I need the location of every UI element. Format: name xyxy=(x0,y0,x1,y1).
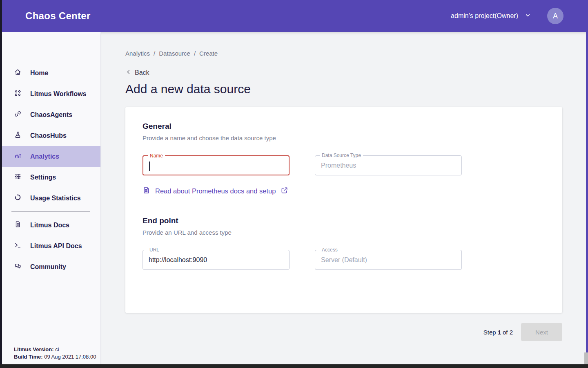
breadcrumb-analytics[interactable]: Analytics xyxy=(125,50,150,57)
access-field[interactable]: Access Server (Default) xyxy=(315,250,462,270)
sidebar-item-label: Litmus Docs xyxy=(30,222,69,229)
litmus-version-line: Litmus Version: ci xyxy=(14,346,96,353)
url-field-value: http://localhost:9090 xyxy=(149,256,207,264)
prometheus-docs-link[interactable]: Read about Prometheus docs and setup xyxy=(143,186,288,196)
page-title: Add a new data source xyxy=(125,82,588,96)
sidebar-item-label: Community xyxy=(30,263,66,271)
breadcrumb-create[interactable]: Create xyxy=(199,50,218,57)
document-icon xyxy=(14,220,22,230)
step-indicator: Step 1 of 2 xyxy=(483,329,513,336)
data-source-type-value: Prometheus xyxy=(321,162,356,169)
sidebar-item-usage-statistics[interactable]: Usage Statistics xyxy=(0,188,100,209)
build-time-line: Build Time: 09 Aug 2021 17:08:00 xyxy=(14,353,96,361)
sidebar-item-label: ChaosHubs xyxy=(30,132,67,139)
endpoint-section-subtitle: Provide an URL and access type xyxy=(143,229,545,236)
sidebar-item-chaosagents[interactable]: ChaosAgents xyxy=(0,104,100,125)
url-field[interactable]: URL http://localhost:9090 xyxy=(143,250,290,270)
chevron-left-icon xyxy=(125,69,132,77)
breadcrumb-separator: / xyxy=(154,50,155,57)
sidebar: Home Litmus Workflows ChaosAgents ChaosH… xyxy=(0,32,101,368)
workflows-icon xyxy=(14,89,22,99)
sidebar-item-label: Analytics xyxy=(30,153,59,160)
stepper-row: Step 1 of 2 Next xyxy=(125,323,562,341)
url-field-label: URL xyxy=(147,247,161,253)
docs-link-label: Read about Prometheus docs and setup xyxy=(155,187,276,195)
breadcrumb: Analytics / Datasource / Create xyxy=(125,50,588,57)
sidebar-item-label: Litmus Workflows xyxy=(30,90,87,98)
data-source-type-label: Data Source Type xyxy=(320,153,363,158)
name-field-label: Name xyxy=(148,153,165,159)
home-icon xyxy=(14,68,22,78)
general-section-title: General xyxy=(143,122,545,131)
avatar-initial: A xyxy=(553,12,558,20)
text-caret xyxy=(149,162,150,171)
breadcrumb-separator: / xyxy=(194,50,196,57)
sidebar-item-label: Home xyxy=(30,70,48,77)
sidebar-item-label: Litmus API Docs xyxy=(30,242,82,250)
back-button[interactable]: Back xyxy=(125,69,588,77)
chain-link-icon xyxy=(14,110,22,119)
breadcrumb-datasource[interactable]: Datasource xyxy=(159,50,190,57)
sidebar-item-label: Settings xyxy=(30,174,56,181)
name-field[interactable]: Name xyxy=(143,155,290,175)
sidebar-divider xyxy=(11,211,90,212)
general-section-subtitle: Provide a name and choose the data sourc… xyxy=(143,135,545,141)
datasource-form-card: General Provide a name and choose the da… xyxy=(125,107,562,313)
sidebar-item-label: ChaosAgents xyxy=(30,111,72,119)
sidebar-item-litmus-api-docs[interactable]: Litmus API Docs xyxy=(0,236,100,256)
general-section: General Provide a name and choose the da… xyxy=(143,122,545,196)
sidebar-item-label: Usage Statistics xyxy=(30,195,81,202)
sidebar-item-litmus-docs[interactable]: Litmus Docs xyxy=(0,215,100,236)
avatar[interactable]: A xyxy=(547,8,564,24)
data-source-type-field[interactable]: Data Source Type Prometheus xyxy=(315,155,462,175)
bar-chart-icon xyxy=(14,152,22,161)
endpoint-section-title: End point xyxy=(143,216,545,225)
chat-bubbles-icon xyxy=(14,262,22,272)
chevron-down-icon xyxy=(525,12,531,20)
access-field-value: Server (Default) xyxy=(321,256,367,264)
scrollbar-corner xyxy=(584,352,588,364)
header-right: admin's project(Owner) A xyxy=(451,8,564,24)
sidebar-item-litmus-workflows[interactable]: Litmus Workflows xyxy=(0,83,100,104)
project-selector-label: admin's project(Owner) xyxy=(451,12,518,20)
document-lines-icon xyxy=(143,186,150,196)
main-content: Analytics / Datasource / Create Back Add… xyxy=(101,32,588,368)
version-info: Litmus Version: ci Build Time: 09 Aug 20… xyxy=(14,346,96,361)
sidebar-item-community[interactable]: Community xyxy=(0,256,100,277)
access-field-label: Access xyxy=(320,247,340,253)
endpoint-section: End point Provide an URL and access type… xyxy=(143,216,545,270)
flask-icon xyxy=(14,131,22,140)
external-link-icon xyxy=(281,186,288,196)
app-title: Chaos Center xyxy=(25,10,91,22)
sliders-icon xyxy=(14,173,22,182)
sidebar-nav: Home Litmus Workflows ChaosAgents ChaosH… xyxy=(0,63,100,277)
sidebar-item-analytics[interactable]: Analytics xyxy=(0,146,100,167)
sidebar-item-chaoshubs[interactable]: ChaosHubs xyxy=(0,125,100,146)
sidebar-item-settings[interactable]: Settings xyxy=(0,167,100,188)
vertical-scrollbar[interactable] xyxy=(586,32,588,352)
window-edge-left xyxy=(0,0,2,368)
spinner-circle-icon xyxy=(14,193,22,203)
project-selector[interactable]: admin's project(Owner) xyxy=(451,12,531,20)
terminal-icon xyxy=(14,241,22,251)
window-edge-bottom xyxy=(0,364,588,368)
sidebar-item-home[interactable]: Home xyxy=(0,63,100,83)
back-label: Back xyxy=(135,69,149,76)
next-button[interactable]: Next xyxy=(521,323,562,341)
app-header: Chaos Center admin's project(Owner) A xyxy=(0,0,588,32)
